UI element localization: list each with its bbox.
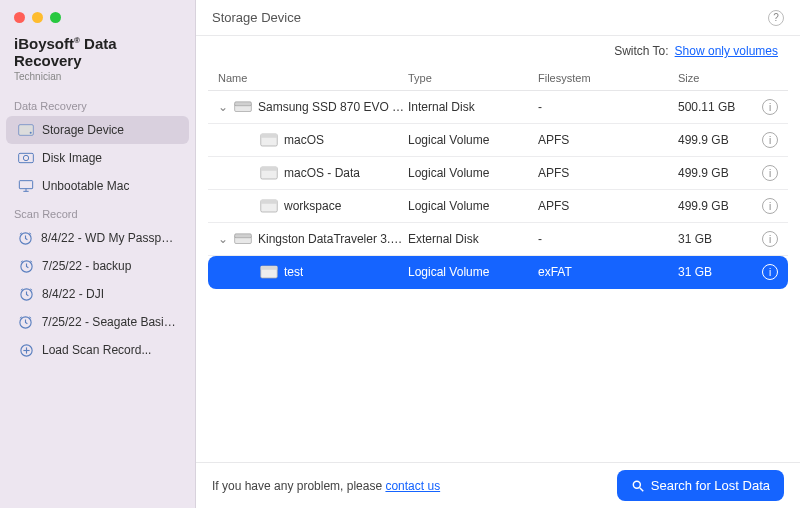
cell-size: 500.11 GB [678, 100, 748, 114]
info-icon[interactable]: i [762, 132, 778, 148]
cell-size: 499.9 GB [678, 199, 748, 213]
help-icon[interactable]: ? [768, 10, 784, 26]
main-pane: Storage Device ? Switch To: Show only vo… [196, 0, 800, 508]
sidebar-item-disk-image[interactable]: Disk Image [6, 144, 189, 172]
drive-icon [260, 199, 278, 213]
disk-image-icon [18, 150, 34, 166]
page-title: Storage Device [212, 10, 301, 25]
fullscreen-window-icon[interactable] [50, 12, 61, 23]
cell-type: Logical Volume [408, 133, 538, 147]
table-header: Name Type Filesystem Size [208, 66, 788, 91]
app-window: iBoysoft® Data Recovery Technician Data … [0, 0, 800, 508]
sidebar-item-storage-device[interactable]: Storage Device [6, 116, 189, 144]
svg-rect-19 [261, 167, 278, 171]
sidebar: iBoysoft® Data Recovery Technician Data … [0, 0, 196, 508]
app-title: iBoysoft® Data Recovery [0, 31, 195, 71]
search-button-label: Search for Lost Data [651, 478, 770, 493]
clock-icon [18, 230, 33, 246]
col-name: Name [218, 72, 408, 84]
cell-name: macOS [284, 133, 324, 147]
cell-name: Kingston DataTraveler 3.0 Media [258, 232, 408, 246]
info-icon[interactable]: i [762, 231, 778, 247]
svg-line-27 [640, 487, 644, 491]
sidebar-item-label: Storage Device [42, 123, 124, 137]
info-icon[interactable]: i [762, 264, 778, 280]
sidebar-item-label: Unbootable Mac [42, 179, 129, 193]
minimize-window-icon[interactable] [32, 12, 43, 23]
drive-icon [260, 166, 278, 180]
sidebar-item-scan-record[interactable]: 7/25/22 - Seagate Basic... [6, 308, 189, 336]
table-row[interactable]: ⌄Samsung SSD 870 EVO 500GB...Internal Di… [208, 91, 788, 124]
drive-icon [260, 265, 278, 279]
cell-size: 31 GB [678, 265, 748, 279]
switch-label: Switch To: [614, 44, 668, 58]
cell-size: 31 GB [678, 232, 748, 246]
table-row[interactable]: macOSLogical VolumeAPFS499.9 GBi [208, 124, 788, 157]
clock-icon [18, 286, 34, 302]
plus-icon [18, 342, 34, 358]
chevron-down-icon[interactable]: ⌄ [218, 232, 228, 246]
monitor-icon [18, 178, 34, 194]
info-icon[interactable]: i [762, 99, 778, 115]
cell-size: 499.9 GB [678, 133, 748, 147]
svg-rect-15 [235, 102, 252, 106]
contact-link[interactable]: contact us [385, 479, 440, 493]
col-type: Type [408, 72, 538, 84]
cell-type: Logical Volume [408, 265, 538, 279]
sidebar-item-scan-record[interactable]: 8/4/22 - WD My Passport... [6, 224, 189, 252]
switch-link[interactable]: Show only volumes [675, 44, 778, 58]
svg-rect-25 [261, 266, 278, 270]
close-window-icon[interactable] [14, 12, 25, 23]
cell-type: Logical Volume [408, 166, 538, 180]
table-row[interactable]: macOS - DataLogical VolumeAPFS499.9 GBi [208, 157, 788, 190]
sidebar-item-label: Disk Image [42, 151, 102, 165]
cell-filesystem: APFS [538, 133, 678, 147]
info-icon[interactable]: i [762, 198, 778, 214]
table-row[interactable]: workspaceLogical VolumeAPFS499.9 GBi [208, 190, 788, 223]
view-switch: Switch To: Show only volumes [196, 36, 800, 62]
table-row[interactable]: testLogical VolumeexFAT31 GBi [208, 256, 788, 289]
drive-icon [234, 100, 252, 114]
cell-name: Samsung SSD 870 EVO 500GB... [258, 100, 408, 114]
sidebar-item-label: 7/25/22 - backup [42, 259, 131, 273]
device-table: Name Type Filesystem Size ⌄Samsung SSD 8… [208, 66, 788, 462]
sidebar-item-label: 8/4/22 - DJI [42, 287, 104, 301]
cell-filesystem: - [538, 232, 678, 246]
sidebar-section-scan-record: Scan Record [0, 200, 195, 224]
cell-name: test [284, 265, 303, 279]
col-size: Size [678, 72, 748, 84]
cell-type: Logical Volume [408, 199, 538, 213]
clock-icon [18, 314, 34, 330]
footer-bar: If you have any problem, please contact … [196, 462, 800, 508]
drive-icon [234, 232, 252, 246]
cell-name: workspace [284, 199, 341, 213]
window-controls [0, 0, 195, 31]
svg-point-26 [633, 481, 640, 488]
cell-filesystem: - [538, 100, 678, 114]
sidebar-item-label: 7/25/22 - Seagate Basic... [42, 315, 177, 329]
search-for-lost-data-button[interactable]: Search for Lost Data [617, 470, 784, 501]
cell-filesystem: exFAT [538, 265, 678, 279]
search-icon [631, 479, 645, 493]
license-role: Technician [0, 71, 195, 92]
sidebar-item-scan-record[interactable]: Load Scan Record... [6, 336, 189, 364]
table-row[interactable]: ⌄Kingston DataTraveler 3.0 MediaExternal… [208, 223, 788, 256]
cell-name: macOS - Data [284, 166, 360, 180]
hdd-icon [18, 122, 34, 138]
cell-filesystem: APFS [538, 199, 678, 213]
chevron-down-icon[interactable]: ⌄ [218, 100, 228, 114]
clock-icon [18, 258, 34, 274]
sidebar-item-label: 8/4/22 - WD My Passport... [41, 231, 177, 245]
header-bar: Storage Device ? [196, 0, 800, 36]
svg-rect-17 [261, 134, 278, 138]
svg-rect-2 [19, 153, 34, 162]
sidebar-item-scan-record[interactable]: 8/4/22 - DJI [6, 280, 189, 308]
svg-rect-0 [19, 125, 34, 136]
info-icon[interactable]: i [762, 165, 778, 181]
svg-point-3 [23, 155, 28, 160]
sidebar-item-unbootable-mac[interactable]: Unbootable Mac [6, 172, 189, 200]
cell-type: External Disk [408, 232, 538, 246]
sidebar-section-data-recovery: Data Recovery [0, 92, 195, 116]
svg-rect-21 [261, 200, 278, 204]
sidebar-item-scan-record[interactable]: 7/25/22 - backup [6, 252, 189, 280]
